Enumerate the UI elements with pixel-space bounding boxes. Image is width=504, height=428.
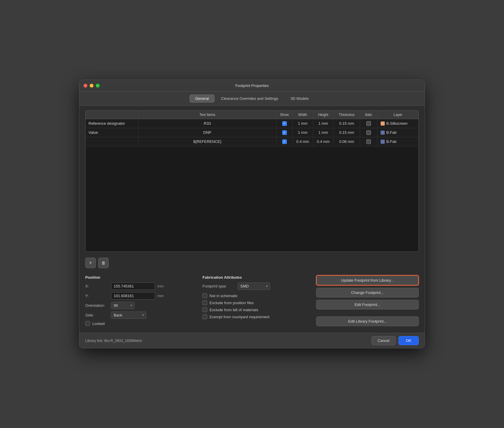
orientation-label: Orientation:: [85, 303, 109, 308]
table-row[interactable]: ${REFERENCE} ✓ 0.4 mm 0.4 mm 0.06 mm: [86, 137, 418, 146]
side-select[interactable]: Back Front: [111, 311, 146, 319]
row1-height: 1 mm: [313, 119, 333, 128]
footprint-type-wrapper: SMD Through hole Unspecified ▼: [238, 283, 270, 290]
position-title: Position: [85, 275, 197, 280]
col-header-italic: Italic: [360, 111, 377, 119]
locked-checkbox[interactable]: [85, 321, 90, 326]
x-label: X:: [85, 284, 109, 288]
table-row[interactable]: Reference designator R33 ✓ 1 mm 1 mm 0.1…: [86, 119, 418, 128]
exclude-position-row: Exclude from position files: [202, 300, 310, 305]
row1-layer: B.Silkscreen: [377, 119, 418, 128]
x-field-row: X: mm: [85, 283, 197, 290]
locked-row: Locked: [85, 321, 197, 326]
y-label: Y:: [85, 294, 109, 298]
row1-thickness: 0.15 mm: [333, 119, 360, 128]
row1-show[interactable]: ✓: [276, 119, 292, 128]
exclude-position-checkbox[interactable]: [202, 300, 207, 305]
row3-show[interactable]: ✓: [276, 137, 292, 146]
delete-row-button[interactable]: 🗑: [98, 258, 109, 268]
footprint-type-label: Footprint type:: [202, 284, 235, 288]
row3-text: ${REFERENCE}: [138, 137, 276, 146]
row3-height: 0.4 mm: [313, 137, 333, 146]
bottom-panels: Position X: mm Y: mm Orientation: 90: [85, 275, 419, 328]
row2-layer-color: [381, 131, 385, 135]
row1-italic-checkbox[interactable]: [366, 121, 371, 126]
footprint-type-select[interactable]: SMD Through hole Unspecified: [238, 283, 270, 290]
row3-italic-checkbox[interactable]: [366, 139, 371, 144]
text-items-table: Text Items Show Width Height Thickness I…: [85, 110, 419, 252]
row3-label: [86, 137, 138, 146]
col-header-label: [86, 111, 138, 119]
row3-italic[interactable]: [360, 137, 377, 146]
row2-italic[interactable]: [360, 128, 377, 137]
footer: Library link: libs:R_0603_1608Metric Can…: [79, 333, 425, 348]
row2-show-checkbox[interactable]: ✓: [282, 130, 287, 135]
col-header-show: Show: [276, 111, 292, 119]
row2-label: Value: [86, 128, 138, 137]
row2-text: DNP: [138, 128, 276, 137]
actions-panel: Update Footprint from Library... Change …: [316, 275, 419, 326]
row3-thickness: 0.06 mm: [333, 137, 360, 146]
y-field-row: Y: mm: [85, 292, 197, 299]
window-title: Footprint Properties: [235, 83, 269, 88]
table-toolbar: + 🗑: [85, 255, 419, 271]
edit-library-footprint-button[interactable]: Edit Library Footprint...: [316, 316, 419, 326]
edit-footprint-button[interactable]: Edit Footprint...: [316, 300, 419, 309]
tab-3dmodels[interactable]: 3D Models: [285, 95, 314, 102]
orientation-select-wrapper: 90 0 180 270 ▼: [111, 302, 134, 309]
orientation-select[interactable]: 90 0 180 270: [111, 302, 134, 309]
exempt-courtyard-label: Exempt from courtyard requirement: [210, 315, 269, 319]
not-in-schematic-label: Not in schematic: [210, 294, 238, 298]
titlebar: Footprint Properties: [79, 80, 425, 92]
side-field-row: Side: Back Front ▼: [85, 311, 197, 319]
add-row-button[interactable]: +: [85, 258, 96, 268]
position-panel: Position X: mm Y: mm Orientation: 90: [85, 275, 197, 328]
library-link-label: Library link:: [85, 339, 103, 343]
row1-layer-color: [381, 121, 385, 126]
row1-show-checkbox[interactable]: ✓: [282, 121, 287, 126]
side-select-wrapper: Back Front ▼: [111, 311, 146, 319]
col-header-height: Height: [313, 111, 333, 119]
row3-width: 0.4 mm: [292, 137, 313, 146]
row2-height: 1 mm: [313, 128, 333, 137]
exclude-bom-checkbox[interactable]: [202, 307, 207, 312]
table-row[interactable]: Value DNP ✓ 1 mm 1 mm 0.15 mm: [86, 128, 418, 137]
fabrication-title: Fabrication Attributes: [202, 275, 310, 280]
row1-width: 1 mm: [292, 119, 313, 128]
y-unit: mm: [157, 294, 164, 298]
exempt-courtyard-row: Exempt from courtyard requirement: [202, 314, 310, 319]
update-footprint-button[interactable]: Update Footprint from Library...: [316, 275, 419, 285]
ok-button[interactable]: OK: [399, 336, 419, 345]
row3-show-checkbox[interactable]: ✓: [282, 139, 287, 144]
col-header-width: Width: [292, 111, 313, 119]
row1-text: R33: [138, 119, 276, 128]
tab-general[interactable]: General: [190, 95, 214, 102]
minimize-button[interactable]: [90, 84, 93, 88]
row2-layer: B.Fab: [377, 128, 418, 137]
close-button[interactable]: [84, 84, 87, 88]
row1-label: Reference designator: [86, 119, 138, 128]
exempt-courtyard-checkbox[interactable]: [202, 314, 207, 319]
x-unit: mm: [157, 284, 164, 288]
row2-italic-checkbox[interactable]: [366, 130, 371, 135]
not-in-schematic-row: Not in schematic: [202, 293, 310, 298]
y-input[interactable]: [111, 292, 155, 299]
locked-label: Locked: [92, 321, 105, 326]
row2-thickness: 0.15 mm: [333, 128, 360, 137]
row2-show[interactable]: ✓: [276, 128, 292, 137]
x-input[interactable]: [111, 283, 155, 290]
library-link: Library link: libs:R_0603_1608Metric: [85, 339, 142, 343]
col-header-thickness: Thickness: [333, 111, 360, 119]
footer-buttons: Cancel OK: [372, 336, 419, 345]
cancel-button[interactable]: Cancel: [372, 336, 396, 345]
tab-clearance[interactable]: Clearance Overrides and Settings: [216, 95, 284, 102]
col-header-layer: Layer: [377, 111, 418, 119]
row1-italic[interactable]: [360, 119, 377, 128]
exclude-bom-label: Exclude from bill of materials: [210, 308, 258, 312]
orientation-field-row: Orientation: 90 0 180 270 ▼: [85, 302, 197, 309]
maximize-button[interactable]: [96, 84, 100, 88]
change-footprint-button[interactable]: Change Footprint...: [316, 288, 419, 297]
col-header-textitems: Text Items: [138, 111, 276, 119]
not-in-schematic-checkbox[interactable]: [202, 293, 207, 298]
tab-bar: General Clearance Overrides and Settings…: [79, 92, 425, 106]
